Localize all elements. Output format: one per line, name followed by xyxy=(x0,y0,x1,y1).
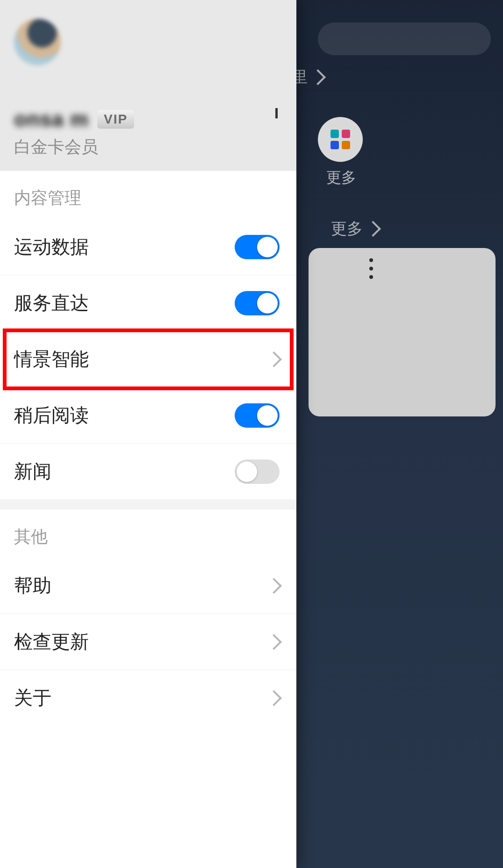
bg-card xyxy=(309,248,496,416)
item-news[interactable]: 新闻 xyxy=(0,444,296,499)
chevron-right-icon xyxy=(275,110,278,119)
item-label: 稍后阅读 xyxy=(14,402,89,428)
item-about[interactable]: 关于 xyxy=(0,670,296,726)
item-sports-data[interactable]: 运动数据 xyxy=(0,219,296,275)
chevron-right-icon xyxy=(365,221,381,237)
item-label: 新闻 xyxy=(14,459,51,484)
bg-more-link: 更多 xyxy=(331,218,379,240)
item-label: 帮助 xyxy=(14,573,51,598)
member-tier: 白金卡会员 xyxy=(14,136,282,159)
username: onsa m xyxy=(14,108,89,131)
item-help[interactable]: 帮助 xyxy=(0,558,296,614)
chevron-right-icon xyxy=(266,634,282,650)
section-divider xyxy=(0,499,296,510)
item-check-update[interactable]: 检查更新 xyxy=(0,614,296,670)
item-service-direct[interactable]: 服务直达 xyxy=(0,275,296,331)
avatar[interactable] xyxy=(14,19,61,66)
bg-more-app-icon xyxy=(318,117,363,162)
chevron-right-icon xyxy=(266,351,282,367)
bg-search-pill xyxy=(318,22,491,55)
chevron-right-icon xyxy=(310,69,326,85)
toggle-service-direct[interactable] xyxy=(235,291,280,315)
chevron-right-icon xyxy=(266,578,282,594)
toggle-read-later[interactable] xyxy=(235,403,280,428)
item-read-later[interactable]: 稍后阅读 xyxy=(0,387,296,444)
side-drawer: onsa m VIP 白金卡会员 内容管理 运动数据 服务直达 情景智能 稍后阅… xyxy=(0,0,296,868)
toggle-sports-data[interactable] xyxy=(235,235,280,259)
chevron-right-icon xyxy=(266,690,282,706)
section-header-other: 其他 xyxy=(0,510,296,558)
toggle-news[interactable] xyxy=(235,460,280,484)
kebab-icon xyxy=(369,258,373,279)
bg-more-label: 更多 xyxy=(326,168,356,188)
section-header-content: 内容管理 xyxy=(0,171,296,219)
vip-badge: VIP xyxy=(97,110,134,129)
item-label: 情景智能 xyxy=(14,346,89,372)
item-label: 检查更新 xyxy=(14,629,89,655)
item-label: 服务直达 xyxy=(14,290,89,316)
profile-section[interactable]: onsa m VIP 白金卡会员 xyxy=(0,0,296,171)
item-scene-ai[interactable]: 情景智能 xyxy=(0,331,296,387)
item-label: 运动数据 xyxy=(14,234,89,260)
bg-breadcrumb: 里 xyxy=(292,66,323,88)
item-label: 关于 xyxy=(14,685,51,711)
